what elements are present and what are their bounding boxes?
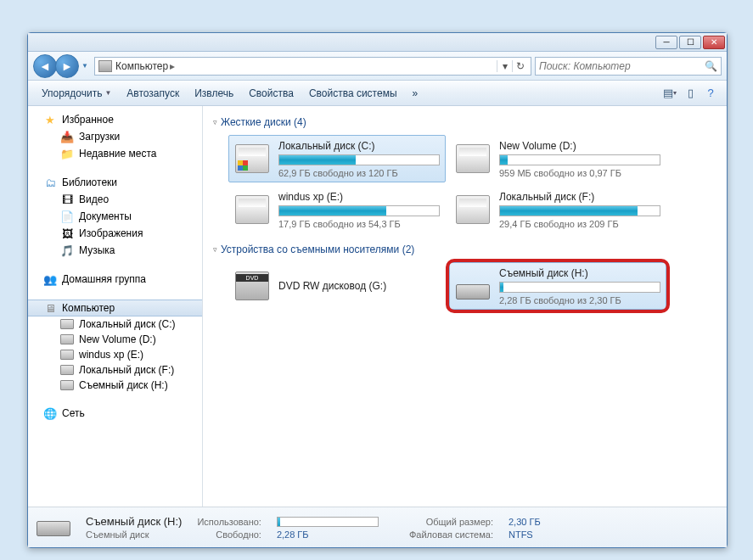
computer-label: Компьютер: [62, 302, 115, 314]
sidebar-item-label: Музыка: [79, 244, 115, 256]
sidebar-item-label: Загрузки: [79, 131, 120, 143]
drive-d[interactable]: New Volume (D:) 959 МБ свободно из 0,97 …: [449, 135, 666, 182]
sidebar-item-downloads[interactable]: 📥Загрузки: [28, 128, 202, 145]
details-pane: Съемный диск (H:) Использовано: Общий ра…: [28, 507, 727, 547]
drive-e[interactable]: windus xp (E:) 17,9 ГБ свободно из 54,3 …: [228, 186, 446, 233]
sidebar-item-label: windus xp (E:): [79, 349, 143, 361]
drive-icon: [60, 365, 74, 375]
organize-menu[interactable]: Упорядочить▼: [35, 84, 118, 103]
sidebar-item-label: Документы: [79, 210, 132, 222]
network-icon: 🌐: [43, 406, 57, 420]
sidebar-item-music[interactable]: 🎵Музыка: [28, 242, 202, 259]
star-icon: ★: [43, 113, 57, 126]
minimize-button[interactable]: ─: [655, 36, 677, 49]
sidebar-item-pictures[interactable]: 🖼Изображения: [28, 225, 202, 242]
search-icon[interactable]: 🔍: [705, 60, 717, 72]
system-properties-button[interactable]: Свойства системы: [302, 84, 404, 103]
address-bar[interactable]: Компьютер ▸ ▾ ↻: [94, 57, 531, 76]
status-drive-icon: [37, 512, 74, 543]
autorun-button[interactable]: Автозапуск: [120, 84, 186, 103]
sidebar-item-recent[interactable]: 📁Недавние места: [28, 145, 202, 162]
status-title: Съемный диск (H:): [86, 515, 182, 528]
sidebar-item-label: Съемный диск (H:): [79, 379, 168, 391]
drive-free-text: 959 МБ свободно из 0,97 ГБ: [499, 168, 660, 178]
preview-pane-button[interactable]: ▯: [681, 84, 700, 103]
help-button[interactable]: ?: [701, 84, 720, 103]
capacity-bar: [499, 154, 660, 165]
libraries-group[interactable]: 🗂Библиотеки: [28, 174, 202, 191]
drive-free-text: 62,9 ГБ свободно из 120 ГБ: [278, 168, 440, 178]
refresh-button[interactable]: ↻: [512, 60, 527, 72]
status-free-label: Свободно:: [197, 529, 261, 540]
sidebar-item-computer[interactable]: 🖥Компьютер: [28, 300, 202, 316]
collapse-arrow-icon: ▿: [213, 118, 217, 126]
organize-label: Упорядочить: [42, 87, 102, 99]
sidebar-item-label: Видео: [79, 193, 109, 205]
back-button[interactable]: ◄: [33, 54, 57, 78]
sidebar-item-documents[interactable]: 📄Документы: [28, 208, 202, 225]
hard-drives-section[interactable]: ▿Жесткие диски (4): [213, 116, 716, 128]
sidebar-item-label: Недавние места: [79, 148, 156, 160]
drive-name: Локальный диск (C:): [278, 140, 440, 152]
status-total-value: 2,30 ГБ: [509, 517, 541, 527]
recent-icon: 📁: [60, 147, 74, 160]
maximize-button[interactable]: ☐: [679, 36, 701, 49]
sidebar-item-video[interactable]: 🎞Видео: [28, 191, 202, 208]
drive-name: windus xp (E:): [278, 191, 440, 203]
view-mode-button[interactable]: ▤▾: [660, 84, 679, 103]
homegroup[interactable]: 👥Домашняя группа: [28, 271, 202, 288]
nav-history-dropdown[interactable]: ▼: [79, 59, 91, 74]
forward-button[interactable]: ►: [55, 54, 79, 78]
pictures-icon: 🖼: [60, 227, 74, 240]
hdd-icon: [235, 144, 269, 173]
content-pane: ▿Жесткие диски (4) Локальный диск (C:) 6…: [203, 106, 727, 507]
status-subtitle: Съемный диск: [86, 529, 182, 540]
computer-icon: 🖥: [43, 301, 57, 315]
toolbar: Упорядочить▼ Автозапуск Извлечь Свойства…: [28, 81, 727, 106]
status-used-bar: [277, 517, 379, 527]
drive-c[interactable]: Локальный диск (C:) 62,9 ГБ свободно из …: [228, 135, 446, 182]
status-free-value: 2,28 ГБ: [277, 529, 379, 540]
sidebar-item-drive-f[interactable]: Локальный диск (F:): [28, 362, 202, 378]
sidebar-item-drive-c[interactable]: Локальный диск (C:): [28, 316, 202, 332]
drive-icon: [60, 350, 74, 360]
eject-button[interactable]: Извлечь: [188, 84, 240, 103]
dropdown-arrow-icon: ▼: [104, 89, 111, 97]
library-icon: 🗂: [43, 176, 57, 189]
drive-icon: [60, 319, 74, 329]
removable-section[interactable]: ▿Устройства со съемными носителями (2): [213, 244, 716, 255]
sidebar-item-drive-e[interactable]: windus xp (E:): [28, 347, 202, 362]
nav-arrows: ◄ ► ▼: [33, 54, 91, 78]
toolbar-more[interactable]: »: [406, 84, 425, 103]
drive-h-removable[interactable]: Съемный диск (H:) 2,28 ГБ свободно из 2,…: [449, 262, 666, 310]
hdd-icon: [456, 144, 490, 173]
drive-free-text: 29,4 ГБ свободно из 209 ГБ: [499, 219, 660, 229]
drive-g-dvd[interactable]: DVD RW дисковод (G:): [228, 262, 446, 310]
drive-f[interactable]: Локальный диск (F:) 29,4 ГБ свободно из …: [449, 186, 666, 233]
capacity-bar: [499, 205, 660, 216]
address-location: Компьютер: [115, 60, 168, 72]
search-bar[interactable]: 🔍: [535, 57, 722, 76]
breadcrumb-arrow-icon[interactable]: ▸: [170, 60, 175, 72]
close-button[interactable]: ✕: [703, 36, 725, 49]
network-group[interactable]: 🌐Сеть: [28, 405, 202, 422]
video-icon: 🎞: [60, 193, 74, 206]
body: ★Избранное 📥Загрузки 📁Недавние места 🗂Би…: [28, 106, 727, 507]
sidebar-item-drive-h[interactable]: Съемный диск (H:): [28, 378, 202, 393]
search-input[interactable]: [539, 60, 705, 72]
properties-button[interactable]: Свойства: [242, 84, 301, 103]
drive-name: DVD RW дисковод (G:): [278, 280, 440, 292]
status-fs-label: Файловая система:: [409, 529, 493, 540]
drive-name: Локальный диск (F:): [499, 191, 660, 203]
drive-icon: [60, 334, 74, 344]
homegroup-label: Домашняя группа: [62, 273, 146, 285]
favorites-group[interactable]: ★Избранное: [28, 111, 202, 128]
hdd-icon: [456, 195, 490, 224]
downloads-icon: 📥: [60, 130, 74, 143]
sidebar-item-drive-d[interactable]: New Volume (D:): [28, 332, 202, 347]
address-dropdown[interactable]: ▾: [497, 60, 512, 72]
sidebar-item-label: Локальный диск (C:): [79, 318, 176, 330]
sidebar-item-label: New Volume (D:): [79, 333, 156, 345]
libraries-label: Библиотеки: [62, 176, 117, 188]
explorer-window: ─ ☐ ✕ ◄ ► ▼ Компьютер ▸ ▾ ↻ 🔍 Упорядочит…: [27, 32, 728, 548]
